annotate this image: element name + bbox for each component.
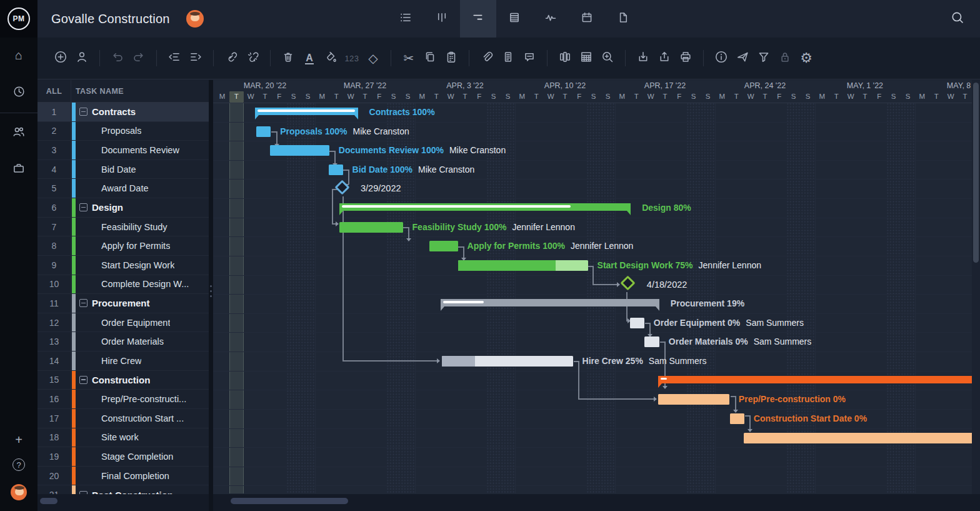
task-bar[interactable] <box>744 433 972 443</box>
summary-bar[interactable] <box>339 203 631 211</box>
tab-files-view[interactable] <box>605 0 641 38</box>
task-row-8[interactable]: 8Apply for Permits <box>38 236 209 256</box>
sidebar-item-team[interactable] <box>5 121 32 146</box>
task-bar[interactable] <box>256 126 271 137</box>
task-row-20[interactable]: 20Final Completion <box>38 467 209 486</box>
task-bar[interactable] <box>429 241 458 251</box>
task-number: 6 <box>38 198 71 217</box>
print-button[interactable] <box>675 48 696 68</box>
tab-sheet-view[interactable] <box>496 0 532 38</box>
filter-button[interactable] <box>753 48 774 68</box>
task-row-19[interactable]: 19Stage Completion <box>38 447 209 467</box>
task-bar[interactable] <box>442 356 572 367</box>
user-avatar-button[interactable] <box>5 480 32 505</box>
task-row-5[interactable]: 5Award Date <box>38 179 209 198</box>
font-color-button[interactable]: A <box>299 48 320 68</box>
milestone-diamond[interactable] <box>621 276 636 291</box>
task-row-18[interactable]: 18Site work <box>38 428 209 448</box>
notes-button[interactable] <box>498 48 519 68</box>
info-button[interactable] <box>711 48 732 68</box>
sidebar-item-recent[interactable] <box>5 80 32 105</box>
task-row-13[interactable]: 13Order Materials <box>38 332 209 352</box>
help-button[interactable]: ? <box>5 452 32 477</box>
column-header-all[interactable]: ALL <box>38 80 71 102</box>
task-bar[interactable] <box>730 413 744 424</box>
summary-bar[interactable] <box>441 299 659 306</box>
link-tasks-button[interactable] <box>221 48 242 68</box>
task-row-12[interactable]: 12Order Equipment <box>38 313 209 333</box>
collapse-icon[interactable] <box>79 203 88 211</box>
paste-button[interactable] <box>441 48 462 68</box>
project-owner-avatar[interactable] <box>186 10 204 28</box>
lock-button[interactable] <box>774 48 796 68</box>
task-row-17[interactable]: 17Construction Start ... <box>38 409 209 428</box>
unlink-tasks-button[interactable] <box>242 48 263 68</box>
app-logo[interactable]: PM <box>0 0 38 38</box>
cells-button[interactable] <box>576 48 597 68</box>
sidebar-item-home[interactable]: ⌂ <box>5 43 32 68</box>
task-bar[interactable] <box>270 145 329 156</box>
task-row-11[interactable]: 11Procurement <box>38 294 209 313</box>
summary-bar[interactable] <box>658 376 972 383</box>
task-bar[interactable] <box>339 222 403 233</box>
tab-gantt-view[interactable] <box>460 0 496 38</box>
task-bar[interactable] <box>658 394 729 405</box>
task-row-3[interactable]: 3Documents Review <box>38 141 209 160</box>
task-row-21[interactable]: 21Post Construction <box>38 485 209 494</box>
tab-calendar-view[interactable] <box>569 0 605 38</box>
settings-button[interactable]: ⚙ <box>796 48 817 68</box>
task-row-2[interactable]: 2Proposals <box>38 122 209 141</box>
numbers-button[interactable]: 123 <box>341 48 362 68</box>
zoom-button[interactable] <box>597 48 618 68</box>
task-bar[interactable] <box>458 260 588 271</box>
tab-board-view[interactable] <box>424 0 460 38</box>
task-bar[interactable] <box>329 164 343 175</box>
task-row-14[interactable]: 14Hire Crew <box>38 352 209 371</box>
panel-resize-handle[interactable] <box>209 80 213 494</box>
task-bar[interactable] <box>630 318 644 328</box>
columns-button[interactable] <box>554 48 576 68</box>
task-bar[interactable] <box>644 336 659 347</box>
milestone-button[interactable]: ◇ <box>362 48 384 68</box>
day-letter: W <box>644 91 658 103</box>
cut-button[interactable]: ✂ <box>398 48 419 68</box>
task-row-16[interactable]: 16Prep/Pre-constructi... <box>38 390 209 409</box>
task-row-7[interactable]: 7Feasibility Study <box>38 218 209 237</box>
collapse-icon[interactable] <box>79 299 88 307</box>
collapse-icon[interactable] <box>79 108 88 116</box>
task-row-15[interactable]: 15Construction <box>38 371 209 390</box>
task-list-hscroll-thumb[interactable] <box>40 498 58 504</box>
share-button[interactable] <box>732 48 753 68</box>
add-button[interactable]: + <box>5 427 32 452</box>
task-row-1[interactable]: 1Contracts <box>38 103 209 122</box>
chart-hscroll-thumb[interactable] <box>231 498 348 504</box>
assign-user-button[interactable] <box>71 48 92 68</box>
task-number: 21 <box>38 485 71 494</box>
indent-button[interactable] <box>185 48 206 68</box>
export-button[interactable] <box>654 48 675 68</box>
task-row-4[interactable]: 4Bid Date <box>38 160 209 180</box>
tab-list-view[interactable] <box>388 0 424 38</box>
summary-bar[interactable] <box>255 108 358 115</box>
task-row-10[interactable]: 10Complete Design W... <box>38 275 209 295</box>
tab-activity-view[interactable] <box>532 0 569 38</box>
undo-button[interactable] <box>107 48 128 68</box>
import-button[interactable] <box>632 48 654 68</box>
day-letter: T <box>658 91 672 103</box>
fill-color-button[interactable] <box>320 48 341 68</box>
delete-button[interactable] <box>278 48 299 68</box>
chart-vscroll-thumb[interactable] <box>973 83 979 263</box>
redo-button[interactable] <box>128 48 149 68</box>
column-header-task-name[interactable]: TASK NAME <box>71 80 124 102</box>
outdent-button[interactable] <box>164 48 185 68</box>
attachment-button[interactable] <box>476 48 498 68</box>
add-circle-button[interactable] <box>50 48 71 68</box>
copy-button[interactable] <box>419 48 441 68</box>
comment-button[interactable] <box>519 48 540 68</box>
task-row-6[interactable]: 6Design <box>38 198 209 218</box>
milestone-diamond[interactable] <box>334 180 349 195</box>
task-row-9[interactable]: 9Start Design Work <box>38 256 209 275</box>
sidebar-item-portfolio[interactable] <box>5 157 32 182</box>
search-button[interactable] <box>945 0 970 38</box>
collapse-icon[interactable] <box>79 376 88 384</box>
